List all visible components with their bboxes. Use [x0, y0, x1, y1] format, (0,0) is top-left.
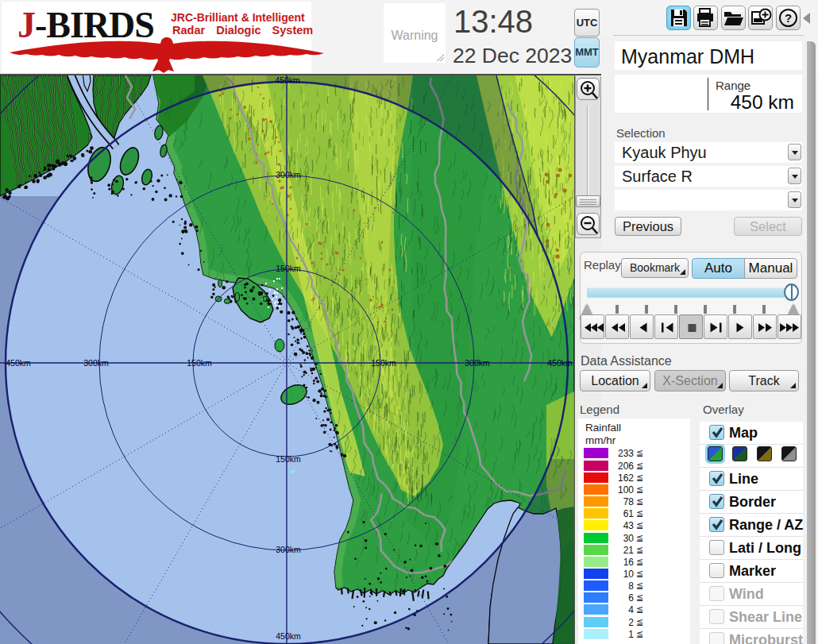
svg-text:300km: 300km — [465, 358, 490, 368]
svg-text:150km: 150km — [276, 264, 301, 273]
svg-text:150km: 150km — [187, 358, 212, 368]
svg-text:450km: 450km — [6, 358, 31, 368]
svg-text:150km: 150km — [371, 358, 396, 368]
svg-text:300km: 300km — [276, 545, 301, 554]
svg-text:450km: 450km — [276, 631, 301, 641]
svg-text:450km: 450km — [547, 358, 573, 368]
svg-text:?: ? — [785, 11, 792, 25]
svg-text:150km: 150km — [276, 454, 301, 464]
svg-text:300km: 300km — [276, 170, 301, 179]
svg-text:450km: 450km — [275, 75, 300, 85]
svg-text:300km: 300km — [83, 358, 109, 368]
